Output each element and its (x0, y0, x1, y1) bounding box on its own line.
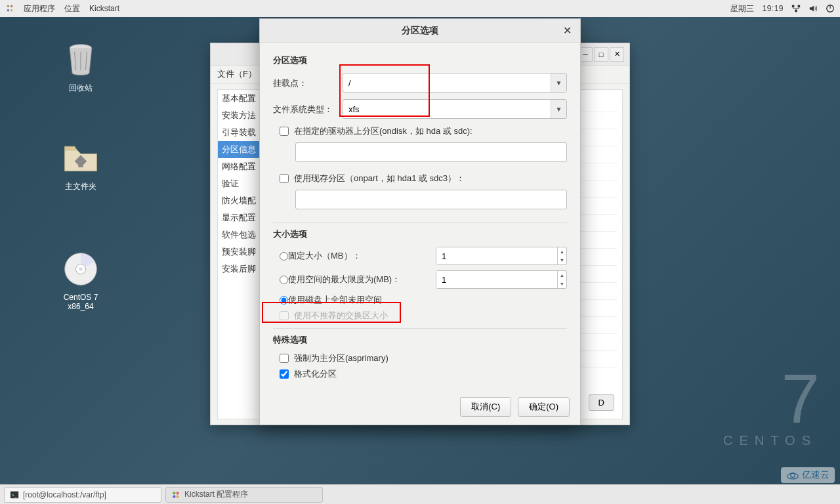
input-onpart[interactable] (295, 190, 567, 209)
desktop-icon-disc[interactable]: CentOS 7 x86_64 (51, 249, 110, 311)
label-format: 格式化分区 (294, 368, 337, 380)
partition-options-dialog: 分区选项 ✕ 分区选项 挂载点： ▼ 文件系统类型： ▼ 在指定的驱动器上分区(… (259, 18, 581, 425)
clock-time: 19:19 (762, 4, 784, 13)
label-mountpoint: 挂载点： (273, 76, 343, 89)
desktop-icon-label: 主文件夹 (51, 181, 110, 192)
fstype-combobox[interactable]: ▼ (343, 99, 567, 119)
svg-point-23 (176, 495, 178, 497)
dialog-titlebar: 分区选项 ✕ (260, 19, 580, 43)
taskbar-item-kickstart[interactable]: Kickstart 配置程序 (165, 487, 323, 503)
label-swap: 使用不推荐的交换区大小 (294, 310, 388, 322)
disc-icon (61, 249, 100, 289)
svg-point-3 (10, 9, 13, 12)
menu-file[interactable]: 文件（F） (217, 69, 257, 79)
svg-point-22 (173, 495, 175, 497)
ok-button[interactable]: 确定(O) (518, 397, 570, 417)
svg-rect-6 (795, 10, 797, 12)
taskbar-item-label: [root@localhost:/var/ftp] (23, 490, 106, 499)
gnome-logo-icon (5, 4, 14, 13)
parent-close-button[interactable]: ✕ (610, 47, 624, 62)
label-max-size: 使用空间的最大限度为(MB)： (288, 274, 400, 285)
top-panel: 应用程序 位置 Kickstart 星期三 19:19 (0, 0, 840, 17)
spinner-fixed-input[interactable] (436, 247, 557, 264)
parent-delete-button[interactable]: D (589, 394, 614, 411)
dialog-title: 分区选项 (402, 25, 438, 37)
spinner-max-input[interactable] (436, 271, 557, 288)
taskbar-item-label: Kickstart 配置程序 (184, 489, 248, 500)
menu-places[interactable]: 位置 (64, 3, 80, 14)
mountpoint-input[interactable] (343, 74, 551, 92)
svg-rect-4 (792, 5, 795, 8)
dialog-close-button[interactable]: ✕ (563, 24, 574, 35)
fstype-input[interactable] (343, 100, 551, 118)
svg-point-2 (7, 9, 10, 12)
network-icon[interactable] (791, 4, 801, 13)
label-fstype: 文件系统类型： (273, 102, 343, 116)
spinner-max-size[interactable]: ▲▼ (436, 270, 567, 289)
power-icon[interactable] (826, 4, 835, 13)
svg-point-21 (176, 492, 178, 494)
parent-maximize-button[interactable]: □ (594, 47, 608, 62)
cloud-watermark: 亿速云 (781, 467, 835, 483)
checkbox-asprimary[interactable] (280, 354, 289, 363)
desktop-icon-trash[interactable]: 回收站 (51, 39, 110, 94)
label-onpart: 使用现存分区（onpart，如 hda1 或 sdc3）： (294, 173, 465, 184)
desktop-icon-label: CentOS 7 x86_64 (51, 293, 110, 311)
section-partition-title: 分区选项 (273, 54, 567, 66)
input-ondisk[interactable] (295, 142, 567, 162)
label-fixed-size: 固定大小（MB）： (288, 250, 361, 262)
checkbox-swap (280, 311, 289, 320)
svg-point-1 (10, 5, 13, 8)
checkbox-format[interactable] (280, 369, 289, 379)
taskbar: >_ [root@localhost:/var/ftp] Kickstart 配… (0, 484, 840, 504)
spinner-fixed-size[interactable]: ▲▼ (436, 247, 567, 265)
spinner-up-icon[interactable]: ▲ (558, 271, 566, 280)
svg-point-0 (7, 5, 10, 8)
svg-rect-5 (798, 5, 801, 8)
kickstart-app-icon (171, 490, 180, 499)
label-ondisk: 在指定的驱动器上分区(ondisk，如 hda 或 sdc): (294, 125, 472, 137)
radio-max-size[interactable] (280, 276, 288, 284)
trash-icon (61, 39, 100, 79)
mountpoint-combobox[interactable]: ▼ (343, 73, 567, 93)
section-special-title: 特殊选项 (273, 334, 567, 346)
svg-point-15 (79, 267, 83, 271)
menu-applications[interactable]: 应用程序 (24, 3, 55, 14)
radio-fixed-size[interactable] (280, 252, 288, 261)
chevron-down-icon[interactable]: ▼ (551, 74, 566, 92)
checkbox-onpart[interactable] (280, 174, 289, 183)
label-fill-disk: 使用磁盘上全部未用空间 (288, 294, 382, 306)
label-asprimary: 强制为主分区(asprimary) (294, 352, 388, 364)
checkbox-ondisk[interactable] (280, 127, 289, 136)
desktop-icon-home[interactable]: 主文件夹 (51, 138, 110, 192)
radio-fill-disk[interactable] (280, 296, 288, 304)
svg-point-16 (788, 474, 799, 479)
chevron-down-icon[interactable]: ▼ (551, 100, 566, 118)
desktop-icon-label: 回收站 (51, 83, 110, 94)
spinner-down-icon[interactable]: ▼ (558, 280, 566, 288)
spinner-up-icon[interactable]: ▲ (558, 247, 566, 256)
cancel-button[interactable]: 取消(C) (460, 397, 511, 417)
volume-icon[interactable] (808, 4, 818, 13)
folder-home-icon (61, 138, 100, 177)
menu-active-app[interactable]: Kickstart (89, 4, 119, 13)
section-size-title: 大小选项 (273, 228, 567, 240)
taskbar-item-terminal[interactable]: >_ [root@localhost:/var/ftp] (4, 487, 161, 503)
spinner-down-icon[interactable]: ▼ (558, 256, 566, 264)
centos-watermark: 7 CENTOS (723, 371, 817, 448)
svg-text:>_: >_ (12, 492, 17, 497)
terminal-icon: >_ (10, 490, 19, 499)
svg-point-20 (173, 492, 175, 494)
clock-day: 星期三 (730, 3, 754, 14)
